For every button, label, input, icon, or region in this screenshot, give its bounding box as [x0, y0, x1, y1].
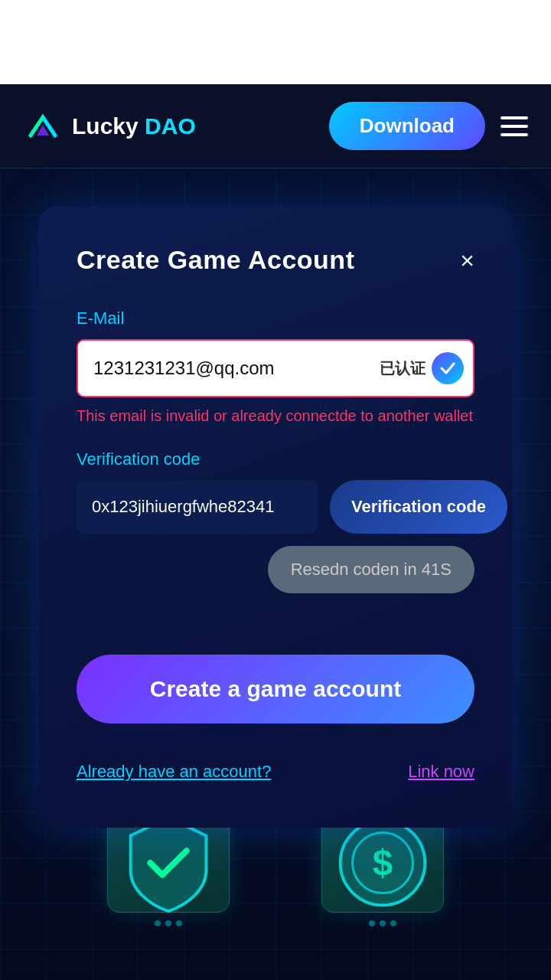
link-now-link[interactable]: Link now	[408, 762, 474, 782]
menu-icon[interactable]	[500, 116, 528, 136]
verified-circle	[432, 352, 464, 384]
resend-row: Resedn coden in 41S	[77, 546, 474, 624]
create-account-button[interactable]: Create a game account	[77, 655, 474, 724]
email-label: E-Mail	[77, 309, 474, 328]
logo-icon	[23, 111, 63, 142]
verification-row: Verification code	[77, 480, 474, 534]
already-have-account-link[interactable]: Already have an account?	[77, 762, 271, 782]
logo-text: Lucky DAO	[72, 113, 196, 139]
checkmark-icon	[438, 358, 458, 378]
verification-section: Verification code Verification code Rese…	[77, 449, 474, 624]
create-game-account-modal: Create Game Account × E-Mail 已认证 This em…	[38, 207, 513, 828]
download-button[interactable]: Download	[329, 102, 485, 150]
svg-text:$: $	[373, 842, 393, 883]
verified-text: 已认证	[380, 358, 425, 379]
verification-label: Verification code	[77, 449, 474, 469]
background-area: Account Create Game Account × E-Mail 已认证	[0, 168, 551, 980]
shield-dots	[155, 920, 182, 926]
email-input-wrapper: 已认证	[77, 339, 474, 397]
verified-badge: 已认证	[380, 352, 464, 384]
coin-icon-box: $	[321, 813, 444, 934]
logo-area: Lucky DAO	[23, 111, 196, 142]
coin-pedestal: $	[321, 813, 444, 913]
top-spacer	[0, 0, 551, 84]
modal-title: Create Game Account	[77, 245, 354, 275]
email-section: E-Mail 已认证 This email is invalid or alre…	[77, 309, 474, 426]
error-message: This email is invalid or already connect…	[77, 405, 474, 426]
bottom-icons: $	[0, 813, 551, 934]
close-button[interactable]: ×	[460, 248, 474, 273]
shield-icon-box	[107, 813, 230, 934]
header: Lucky DAO Download	[0, 84, 551, 168]
resend-button[interactable]: Resedn coden in 41S	[268, 546, 474, 593]
shield-pedestal	[107, 813, 230, 913]
footer-links: Already have an account? Link now	[77, 762, 474, 782]
header-right: Download	[329, 102, 528, 150]
verification-input[interactable]	[77, 480, 318, 534]
verification-code-button[interactable]: Verification code	[330, 480, 507, 534]
coin-dots	[369, 920, 396, 926]
modal-header: Create Game Account ×	[77, 245, 474, 275]
